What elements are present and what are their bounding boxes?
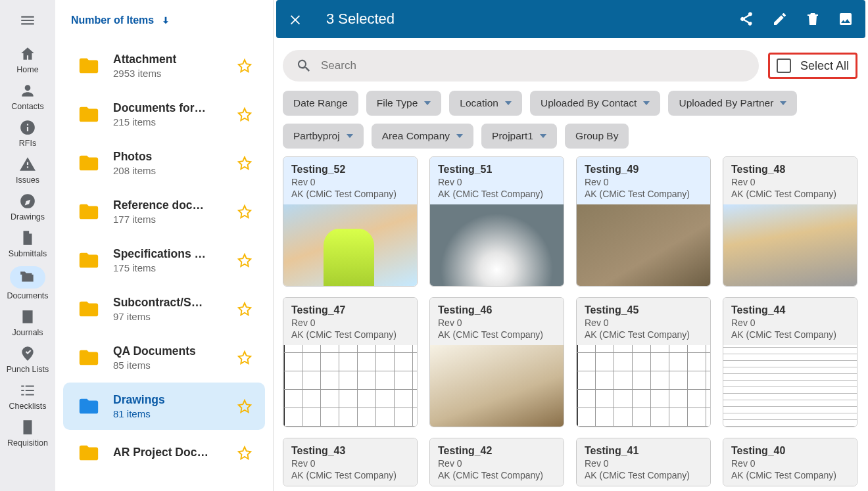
nav-item-drawings[interactable]: Drawings [7,189,49,225]
menu-icon [19,12,36,29]
nav-item-rfis[interactable]: RFIs [7,115,49,152]
card-thumbnail [283,345,417,427]
star-icon[interactable] [237,107,252,122]
folder-item[interactable]: Photos208 items [63,139,265,187]
journal-icon [19,308,36,325]
image-icon[interactable] [838,11,854,27]
filter-chip[interactable]: Area Company [372,124,473,149]
document-card[interactable]: Testing_40Rev 0AK (CMiC Test Company) [723,438,857,486]
document-card[interactable]: Testing_51Rev 0AK (CMiC Test Company) [429,156,564,287]
select-all-toggle[interactable]: Select All [768,53,857,79]
card-revision: Rev 0 [585,317,702,328]
folder-item[interactable]: Drawings81 items [63,383,265,430]
search-input[interactable] [321,59,746,72]
card-revision: Rev 0 [731,177,849,187]
nav-item-requisition[interactable]: Requisition [7,415,49,452]
folder-item[interactable]: Specifications …175 items [63,237,265,284]
nav-item-label: Issues [16,175,39,185]
card-company: AK (CMiC Test Company) [731,470,849,480]
checkbox-icon [777,58,791,73]
filter-chip[interactable]: Projpart1 [481,124,557,149]
star-icon[interactable] [237,58,252,73]
card-title: Testing_45 [585,304,702,316]
nav-item-issues[interactable]: Issues [7,152,49,189]
folder-count: 85 items [113,360,226,371]
star-icon[interactable] [237,446,252,460]
chip-label: Projpart1 [492,130,533,142]
filter-chip[interactable]: Location [449,91,522,116]
nav-item-submittals[interactable]: Submittals [7,225,49,262]
compass-icon [19,193,36,210]
filter-chip[interactable]: Group By [565,124,629,149]
folder-name: Specifications … [113,247,226,261]
chip-label: Group By [575,130,618,142]
filter-chip-row: Date RangeFile TypeLocationUploaded By C… [283,91,857,149]
card-header: Testing_43Rev 0AK (CMiC Test Company) [283,438,417,486]
document-card[interactable]: Testing_43Rev 0AK (CMiC Test Company) [283,438,418,486]
document-card[interactable]: Testing_41Rev 0AK (CMiC Test Company) [576,438,711,486]
folder-item[interactable]: Attachment2953 items [63,42,265,89]
nav-item-label: Submittals [9,249,47,258]
delete-icon[interactable] [805,11,821,27]
folder-name: Subcontract/S… [113,296,226,310]
card-header: Testing_45Rev 0AK (CMiC Test Company) [577,298,710,345]
card-title: Testing_42 [438,445,556,457]
nav-item-label: Punch Lists [7,365,49,374]
filter-chip[interactable]: Partbyproj [283,124,364,149]
star-icon[interactable] [237,350,252,365]
chevron-down-icon [780,101,786,105]
card-revision: Rev 0 [731,317,849,328]
filter-chip[interactable]: Uploaded By Partner [668,91,797,116]
filter-chip[interactable]: Date Range [283,91,358,116]
card-header: Testing_41Rev 0AK (CMiC Test Company) [577,438,710,486]
folder-name: Reference doc… [113,199,226,212]
chevron-down-icon [643,101,650,105]
requisition-icon [19,419,36,436]
document-card[interactable]: Testing_49Rev 0AK (CMiC Test Company) [576,156,711,287]
document-card[interactable]: Testing_52Rev 0AK (CMiC Test Company) [283,156,418,287]
document-card[interactable]: Testing_47Rev 0AK (CMiC Test Company) [283,297,418,427]
star-icon[interactable] [237,253,252,268]
card-revision: Rev 0 [438,458,556,469]
nav-item-journals[interactable]: Journals [7,304,49,341]
nav-item-checklists[interactable]: Checklists [7,378,49,415]
nav-item-documents[interactable]: Documents [7,262,49,304]
document-card[interactable]: Testing_42Rev 0AK (CMiC Test Company) [429,438,564,486]
nav-item-home[interactable]: Home [7,41,49,78]
folder-name: Attachment [113,53,226,66]
star-icon[interactable] [237,204,252,219]
document-card[interactable]: Testing_45Rev 0AK (CMiC Test Company) [576,297,711,427]
document-card[interactable]: Testing_48Rev 0AK (CMiC Test Company) [723,156,857,287]
folder-icon [76,442,101,464]
star-icon[interactable] [237,156,252,170]
filter-chip[interactable]: File Type [366,91,442,116]
folder-item[interactable]: QA Documents85 items [63,334,265,381]
card-company: AK (CMiC Test Company) [731,189,849,199]
document-card[interactable]: Testing_44Rev 0AK (CMiC Test Company) [723,297,857,427]
folder-item[interactable]: Subcontract/S…97 items [63,285,265,333]
folder-item[interactable]: AR Project Doc… [63,431,265,475]
document-card[interactable]: Testing_46Rev 0AK (CMiC Test Company) [429,297,564,427]
card-header: Testing_44Rev 0AK (CMiC Test Company) [723,298,857,345]
file-icon [19,229,36,246]
close-icon[interactable] [288,12,302,26]
edit-icon[interactable] [772,11,788,27]
share-icon[interactable] [739,11,755,27]
filter-chip[interactable]: Uploaded By Contact [530,91,660,116]
folder-item[interactable]: Reference doc…177 items [63,188,265,235]
card-thumbnail [430,345,564,427]
star-icon[interactable] [237,399,252,413]
star-icon[interactable] [237,302,252,316]
chip-label: Uploaded By Partner [679,97,773,109]
folder-item[interactable]: Documents for…215 items [63,91,265,138]
document-grid: Testing_52Rev 0AK (CMiC Test Company)Tes… [274,149,868,486]
nav-item-contacts[interactable]: Contacts [7,78,49,115]
hamburger-menu-button[interactable] [19,5,36,40]
folder-sort-header[interactable]: Number of Items [55,0,273,41]
nav-item-punch-lists[interactable]: Punch Lists [7,341,49,378]
card-company: AK (CMiC Test Company) [585,329,702,340]
card-revision: Rev 0 [731,458,849,469]
card-revision: Rev 0 [585,458,702,469]
search-box[interactable] [283,50,759,82]
card-title: Testing_48 [731,164,849,175]
